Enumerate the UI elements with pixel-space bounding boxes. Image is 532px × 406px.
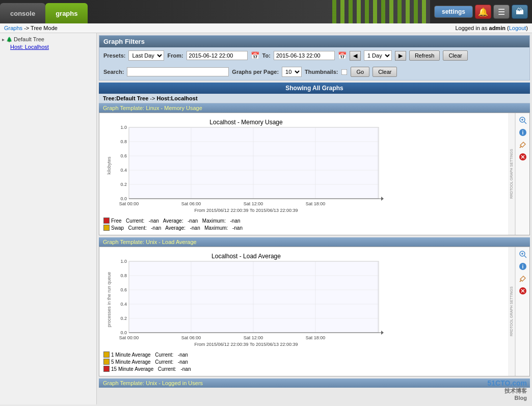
- graph2-tools-icon[interactable]: [518, 274, 528, 284]
- content-area: Graph Filters Presets: Last Day From: 📅 …: [97, 33, 532, 404]
- breadcrumb-bar: Graphs -> Tree Mode Logged in as admin (…: [0, 23, 532, 33]
- graph2-zoom-icon[interactable]: [518, 249, 528, 259]
- legend-free-avg: -nan: [185, 218, 198, 224]
- next-range-button[interactable]: ▶: [395, 51, 406, 61]
- graph1-main: Localhost - Memory Usage: [99, 113, 508, 235]
- graph2-icons: i: [515, 247, 529, 376]
- graphs-per-page-select[interactable]: 10: [282, 67, 302, 77]
- svg-text:1.0: 1.0: [120, 259, 127, 264]
- graph2-template-prefix: Graph Template:: [103, 239, 144, 245]
- graphs-tab[interactable]: graphs: [45, 3, 88, 23]
- go-button[interactable]: Go: [351, 67, 369, 77]
- graph1-zoom-icon[interactable]: [518, 115, 528, 125]
- stripe-decoration: [328, 0, 430, 23]
- login-prefix: Logged in as: [455, 25, 487, 31]
- graph2-template-name: Unix - Load Average: [146, 239, 196, 245]
- svg-text:0.4: 0.4: [120, 302, 127, 307]
- svg-text:Sat 18:00: Sat 18:00: [306, 201, 326, 206]
- clear-button[interactable]: Clear: [443, 50, 467, 61]
- graph2-template-header: Graph Template: Unix - Load Average: [99, 237, 530, 247]
- refresh-button[interactable]: Refresh: [409, 50, 440, 61]
- range-select[interactable]: 1 Day: [364, 50, 392, 61]
- breadcrumb-arrow: ->: [24, 25, 29, 31]
- svg-text:0.4: 0.4: [120, 168, 127, 173]
- graph3-template-prefix: Graph Template:: [103, 380, 144, 386]
- presets-label: Presets:: [103, 52, 125, 59]
- legend-free-max: -nan: [227, 218, 241, 224]
- from-calendar-icon[interactable]: 📅: [251, 51, 259, 60]
- svg-text:kilobytes: kilobytes: [107, 156, 112, 175]
- graph1-tools-icon[interactable]: [518, 140, 528, 150]
- graph2-legend-3: 15 Minute Average Current: -nan: [103, 366, 504, 372]
- sidebar: ▸ 🌲 Default Tree Host: Localhost: [0, 33, 97, 404]
- legend-free-current-label: Current:: [123, 218, 145, 224]
- graph1-template-name: Linux - Memory Usage: [146, 105, 202, 111]
- svg-text:Sat 00:00: Sat 00:00: [119, 201, 139, 206]
- svg-text:0.6: 0.6: [120, 287, 127, 292]
- svg-text:0.6: 0.6: [120, 153, 127, 158]
- default-tree-label: Default Tree: [14, 36, 44, 42]
- legend-5min-color: [103, 359, 110, 365]
- graph2-delete-icon[interactable]: [518, 286, 528, 296]
- thumbnails-label: Thumbnails:: [305, 69, 338, 75]
- graph1-svg: Localhost - Memory Usage: [103, 117, 389, 214]
- svg-text:Sat 06:00: Sat 06:00: [181, 335, 201, 340]
- graph1-template-header: Graph Template: Linux - Memory Usage: [99, 103, 530, 113]
- logout-link[interactable]: Logout: [509, 25, 526, 31]
- legend-swap-avg-label: Average:: [163, 225, 185, 231]
- prev-range-button[interactable]: ◀: [350, 51, 361, 61]
- settings-button[interactable]: settings: [434, 6, 473, 18]
- graph1-template-prefix: Graph Template:: [103, 105, 144, 111]
- breadcrumb: Graphs -> Tree Mode: [4, 25, 58, 31]
- graph1-icons: i: [515, 113, 529, 235]
- svg-text:From 2015/06/12 22:00:39 To 20: From 2015/06/12 22:00:39 To 2015/06/13 2…: [195, 342, 298, 347]
- filters-row-1: Presets: Last Day From: 📅 To: 📅 ◀ 1 Day …: [99, 47, 529, 64]
- graphs-link[interactable]: Graphs: [4, 25, 22, 31]
- default-tree-item[interactable]: ▸ 🌲 Default Tree: [2, 35, 94, 43]
- console-tab[interactable]: console: [0, 3, 45, 23]
- graphs-per-page-label: Graphs per Page:: [232, 69, 279, 75]
- svg-text:0.8: 0.8: [120, 273, 127, 278]
- tree-name: Default Tree: [116, 95, 148, 101]
- tree-path-row: Tree:Default Tree -> Host:Localhost: [99, 94, 530, 103]
- to-calendar-icon[interactable]: 📅: [338, 51, 347, 60]
- graph1-delete-icon[interactable]: [518, 152, 528, 162]
- svg-text:i: i: [522, 130, 523, 136]
- graph1-info-icon[interactable]: i: [518, 127, 528, 138]
- graph1-title: Localhost - Memory Usage: [209, 119, 283, 126]
- legend-5min: 5 Minute Average Current: -nan: [103, 359, 188, 365]
- host-localhost-item[interactable]: Host: Localhost: [2, 43, 94, 50]
- search-label: Search:: [103, 69, 124, 75]
- svg-text:Sat 12:00: Sat 12:00: [244, 335, 263, 340]
- svg-marker-13: [381, 197, 384, 201]
- graph2-right-label: RRDTOOL GRAPH SETTINGS: [508, 247, 515, 376]
- thumbnails-checkbox[interactable]: [341, 69, 348, 75]
- graph2-legend: 1 Minute Average Current: -nan: [103, 351, 504, 358]
- to-input[interactable]: [274, 51, 335, 60]
- svg-line-27: [524, 122, 526, 124]
- legend-1min-current-label: Current:: [152, 352, 174, 358]
- host-localhost-label[interactable]: Host: Localhost: [10, 44, 49, 50]
- legend-swap-max-label: Maximum:: [202, 225, 228, 231]
- clear2-button[interactable]: Clear: [373, 67, 397, 77]
- legend-swap-label: Swap: [111, 225, 124, 231]
- legend-5min-current-label: Current:: [152, 359, 174, 365]
- legend-1min: 1 Minute Average Current: -nan: [103, 351, 188, 358]
- legend-free: Free Current: -nan Average: -nan Maximum…: [103, 218, 241, 224]
- legend-15min-color: [103, 366, 110, 372]
- from-input[interactable]: [187, 51, 248, 60]
- to-label: To:: [262, 52, 271, 59]
- chart-icon-button[interactable]: 🏔: [512, 5, 528, 19]
- tree-folder-icon: 🌲: [6, 37, 12, 42]
- presets-select[interactable]: Last Day: [128, 50, 164, 61]
- svg-text:0.2: 0.2: [120, 182, 127, 187]
- legend-5min-current: -nan: [175, 359, 188, 365]
- legend-free-avg-label: Average:: [161, 218, 183, 224]
- menu-icon-button[interactable]: ☰: [493, 5, 510, 19]
- bell-icon-button[interactable]: 🔔: [475, 5, 491, 19]
- svg-text:From 2015/06/12 22:00:39 To 20: From 2015/06/12 22:00:39 To 2015/06/13 2…: [195, 208, 298, 213]
- search-input[interactable]: [127, 67, 229, 76]
- svg-text:0.0: 0.0: [120, 196, 127, 201]
- legend-swap-max: -nan: [229, 225, 243, 231]
- graph2-info-icon[interactable]: i: [518, 261, 528, 272]
